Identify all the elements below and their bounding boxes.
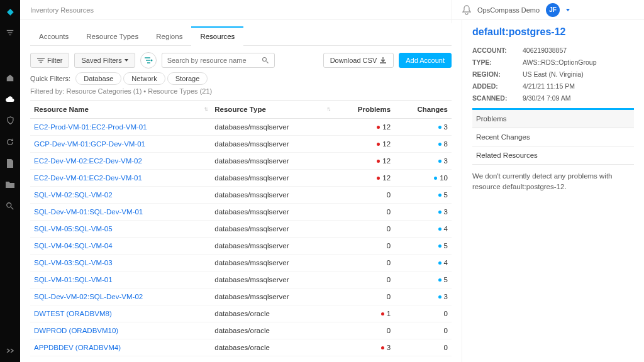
resource-type-cell: databases/mssqlserver: [211, 170, 333, 187]
tab-resource-types[interactable]: Resource Types: [77, 26, 147, 45]
search-rail-icon[interactable]: [5, 201, 15, 211]
change-dot-icon: [438, 160, 441, 163]
download-csv-button[interactable]: Download CSV: [323, 53, 394, 68]
document-icon[interactable]: [5, 158, 15, 168]
detail-type-value: AWS::RDS::OptionGroup: [523, 58, 596, 66]
detail-tab-recent-changes[interactable]: Recent Changes: [472, 128, 634, 146]
shield-icon[interactable]: [5, 116, 15, 126]
nav-rail: ◆: [0, 0, 20, 362]
avatar[interactable]: JF: [546, 3, 560, 17]
changes-cell: 5: [394, 187, 452, 204]
table-row[interactable]: EC2-Dev-VM-01:EC2-Dev-VM-01databases/mss…: [30, 170, 452, 187]
table-row[interactable]: DWPROD (ORADBVM10)databases/oracle00: [30, 322, 452, 339]
detail-region-label: REGION:: [472, 70, 523, 78]
chip-network[interactable]: Network: [123, 72, 165, 85]
download-icon: [379, 57, 387, 64]
resource-link[interactable]: EC2-Dev-VM-02:EC2-Dev-VM-02: [34, 157, 142, 165]
table-row[interactable]: SQL-VM-01:SQL-VM-01databases/mssqlserver…: [30, 272, 452, 288]
changes-cell: 5: [394, 238, 452, 255]
resource-link[interactable]: SQL-VM-02:SQL-VM-02: [34, 191, 113, 199]
resource-link[interactable]: SQL-Dev-VM-01:SQL-Dev-VM-01: [34, 208, 143, 216]
cloud-icon[interactable]: [5, 94, 15, 104]
caret-down-icon: [125, 59, 128, 62]
table-row[interactable]: GCP-Dev-VM-01:GCP-Dev-VM-01databases/mss…: [30, 136, 452, 153]
filter-button[interactable]: Filter: [30, 53, 69, 68]
resource-type-cell: databases/mssqlserver: [211, 238, 333, 255]
expand-rail-icon[interactable]: [5, 346, 15, 356]
search-box[interactable]: [162, 53, 275, 68]
table-row[interactable]: SQL-Dev-VM-02:SQL-Dev-VM-02databases/mss…: [30, 288, 452, 305]
table-row[interactable]: EC2-Dev-VM-02:EC2-Dev-VM-02databases/mss…: [30, 153, 452, 170]
resource-link[interactable]: GCP-Dev-VM-01:GCP-Dev-VM-01: [34, 140, 145, 148]
table-row[interactable]: APPDBDEV (ORADBVM4)databases/oracle30: [30, 339, 452, 356]
sort-icon: ↑↓: [327, 106, 330, 112]
logo-icon[interactable]: ◆: [5, 6, 15, 16]
resource-link[interactable]: EC2-Prod-VM-01:EC2-Prod-VM-01: [34, 123, 147, 131]
problems-cell: 12: [334, 170, 395, 187]
change-dot-icon: [438, 228, 441, 231]
table-row[interactable]: SQL-VM-02:SQL-VM-02databases/mssqlserver…: [30, 187, 452, 204]
problems-cell: 0: [334, 221, 395, 238]
problems-cell: 3: [334, 339, 395, 356]
change-dot-icon: [438, 211, 441, 214]
resource-link[interactable]: SQL-VM-05:SQL-VM-05: [34, 225, 113, 233]
resources-table: Resource Name↑↓ Resource Type↑↓ Problems…: [30, 100, 452, 362]
table-row[interactable]: SQL-Dev-VM-01:SQL-Dev-VM-01databases/mss…: [30, 204, 452, 221]
problems-cell: 12: [334, 136, 395, 153]
tab-resources[interactable]: Resources: [191, 26, 243, 46]
resource-link[interactable]: APPDBDEV (ORADBVM4): [34, 344, 121, 351]
detail-tab-related-resources[interactable]: Related Resources: [472, 146, 634, 165]
table-row[interactable]: EC2-Prod-VM-01:EC2-Prod-VM-01databases/m…: [30, 119, 452, 136]
org-name[interactable]: OpsCompass Demo: [477, 6, 540, 14]
saved-filter-icon-button[interactable]: [140, 52, 157, 69]
detail-added-value: 4/21/21 11:15 PM: [523, 82, 575, 90]
resource-type-cell: databases/mssqlserver: [211, 119, 333, 136]
bell-icon[interactable]: [462, 5, 471, 15]
filter-summary: Filtered by: Resource Categories (1) • R…: [30, 87, 452, 95]
detail-tab-problems[interactable]: Problems: [472, 110, 634, 128]
col-changes[interactable]: Changes: [394, 101, 452, 119]
resource-link[interactable]: SQL-VM-04:SQL-VM-04: [34, 242, 113, 250]
problems-cell: 0: [334, 322, 395, 339]
add-account-button[interactable]: Add Account: [399, 53, 452, 68]
resource-type-cell: databases/mssqlserver: [211, 255, 333, 272]
changes-cell: 3: [394, 288, 452, 305]
table-row[interactable]: SQL-VM-05:SQL-VM-05databases/mssqlserver…: [30, 221, 452, 238]
resource-link[interactable]: SQL-VM-01:SQL-VM-01: [34, 276, 113, 283]
resource-link[interactable]: DWTEST (ORADBVM8): [34, 310, 112, 317]
saved-filters-button[interactable]: Saved Filters: [74, 53, 135, 68]
col-problems[interactable]: Problems: [334, 101, 395, 119]
refresh-icon[interactable]: [5, 137, 15, 147]
detail-region-value: US East (N. Virginia): [523, 70, 584, 78]
detail-account-value: 406219038857: [523, 47, 567, 54]
table-row[interactable]: SQL-VM-03:SQL-VM-03databases/mssqlserver…: [30, 255, 452, 272]
tab-regions[interactable]: Regions: [147, 26, 191, 45]
table-row[interactable]: DWTEST (ORADBVM8)databases/oracle10: [30, 305, 452, 322]
problem-dot-icon: [377, 143, 380, 146]
home-icon[interactable]: [5, 73, 15, 83]
breadcrumb: Inventory Resources: [30, 6, 94, 14]
changes-cell: 4: [394, 255, 452, 272]
saved-filters-label: Saved Filters: [81, 57, 121, 64]
folder-icon[interactable]: [5, 180, 15, 190]
chip-database[interactable]: Database: [75, 72, 121, 85]
table-row[interactable]: SQL-VM-04:SQL-VM-04databases/mssqlserver…: [30, 238, 452, 255]
chip-storage[interactable]: Storage: [167, 72, 208, 85]
svg-point-12: [262, 58, 266, 62]
download-csv-label: Download CSV: [330, 57, 377, 64]
changes-cell: 5: [394, 272, 452, 288]
detail-added-label: ADDED:: [472, 82, 523, 90]
table-row[interactable]: SOAPRD1 (ORADBVM1)databases/oracle00: [30, 356, 452, 363]
filter-rail-icon[interactable]: [5, 28, 15, 38]
sort-icon: ↑↓: [204, 106, 207, 112]
resource-link[interactable]: EC2-Dev-VM-01:EC2-Dev-VM-01: [34, 174, 142, 182]
col-type[interactable]: Resource Type↑↓: [211, 101, 333, 119]
resource-link[interactable]: DWPROD (ORADBVM10): [34, 327, 118, 334]
resource-link[interactable]: SQL-VM-03:SQL-VM-03: [34, 259, 113, 266]
resource-link[interactable]: SQL-Dev-VM-02:SQL-Dev-VM-02: [34, 293, 143, 300]
col-name[interactable]: Resource Name↑↓: [30, 101, 211, 119]
search-input[interactable]: [167, 57, 258, 64]
account-menu-caret[interactable]: [566, 9, 570, 11]
resource-type-cell: databases/oracle: [211, 339, 333, 356]
tab-accounts[interactable]: Accounts: [30, 26, 77, 45]
